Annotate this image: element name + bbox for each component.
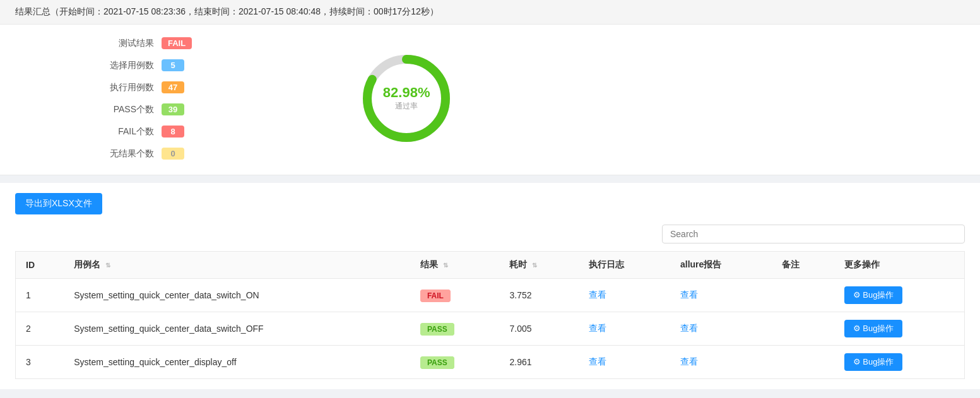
field-row-5: 无结果个数 0 [91,148,192,160]
field-badge-5: 0 [162,148,184,160]
field-badge-0: FAIL [162,37,192,49]
field-label-4: FAIL个数 [91,126,154,138]
log-link[interactable]: 查看 [589,290,606,300]
col-id: ID [16,252,64,279]
sort-icon-result[interactable]: ⇅ [443,262,448,269]
bug-button[interactable]: ⚙ Bug操作 [844,286,903,304]
summary-title: 结果汇总（开始时间：2021-07-15 08:23:36，结束时间：2021-… [0,0,980,25]
cell-remark [772,312,834,346]
cell-remark [772,279,834,312]
table-row: 3 System_setting_quick_center_display_of… [16,346,965,379]
col-remark: 备注 [772,252,834,279]
log-link[interactable]: 查看 [589,356,606,366]
header-row: ID 用例名 ⇅ 结果 ⇅ 耗时 ⇅ 执行日志 allure报告 备注 更多操作 [16,252,965,279]
search-row [15,225,965,243]
cell-duration: 7.005 [499,312,578,346]
cell-duration: 3.752 [499,279,578,312]
donut-percent: 82.98% [383,85,430,101]
bug-button[interactable]: ⚙ Bug操作 [844,320,903,337]
table-body: 1 System_setting_quick_center_data_switc… [16,279,965,379]
sort-icon-name[interactable]: ⇅ [105,262,110,269]
cell-allure: 查看 [670,312,772,346]
cell-name: System_setting_quick_center_display_off [64,346,410,379]
field-row-0: 测试结果 FAIL [91,37,192,49]
table-panel: 导出到XLSX文件 ID 用例名 ⇅ 结果 ⇅ 耗时 ⇅ 执行日志 allure… [0,183,980,389]
log-link[interactable]: 查看 [589,323,606,333]
field-badge-1: 5 [162,59,184,71]
col-allure: allure报告 [670,252,772,279]
col-actions: 更多操作 [834,252,965,279]
field-row-2: 执行用例数 47 [91,81,192,93]
field-badge-2: 47 [162,81,184,93]
cell-result: PASS [410,312,500,346]
cell-remark [772,346,834,379]
cell-result: PASS [410,346,500,379]
cell-result: FAIL [410,279,500,312]
allure-link[interactable]: 查看 [680,323,698,333]
export-button[interactable]: 导出到XLSX文件 [15,193,102,214]
donut-label: 通过率 [383,102,430,112]
cell-actions: ⚙ Bug操作 [834,279,965,312]
col-name: 用例名 ⇅ [64,252,410,279]
cell-id: 3 [16,346,64,379]
cell-id: 1 [16,279,64,312]
allure-link[interactable]: 查看 [680,290,698,300]
cell-log: 查看 [579,312,670,346]
cell-allure: 查看 [670,279,772,312]
cell-duration: 2.961 [499,346,578,379]
table-header: ID 用例名 ⇅ 结果 ⇅ 耗时 ⇅ 执行日志 allure报告 备注 更多操作 [16,252,965,279]
field-row-4: FAIL个数 8 [91,126,192,138]
table-row: 1 System_setting_quick_center_data_switc… [16,279,965,312]
cell-allure: 查看 [670,346,772,379]
field-label-3: PASS个数 [91,104,154,115]
donut-chart: 82.98% 通过率 [356,48,457,149]
cell-name: System_setting_quick_center_data_switch_… [64,312,410,346]
col-duration: 耗时 ⇅ [499,252,578,279]
field-row-3: PASS个数 39 [91,103,192,115]
table-row: 2 System_setting_quick_center_data_switc… [16,312,965,346]
cell-log: 查看 [579,279,670,312]
cell-name: System_setting_quick_center_data_switch_… [64,279,410,312]
summary-panel: 结果汇总（开始时间：2021-07-15 08:23:36，结束时间：2021-… [0,0,980,175]
col-log: 执行日志 [579,252,670,279]
field-label-2: 执行用例数 [91,82,154,93]
field-label-0: 测试结果 [91,38,154,49]
cell-id: 2 [16,312,64,346]
summary-content: 测试结果 FAIL 选择用例数 5 执行用例数 47 PASS个数 39 FAI… [15,37,965,160]
col-result: 结果 ⇅ [410,252,500,279]
summary-fields: 测试结果 FAIL 选择用例数 5 执行用例数 47 PASS个数 39 FAI… [91,37,192,160]
field-label-5: 无结果个数 [91,148,154,160]
results-table: ID 用例名 ⇅ 结果 ⇅ 耗时 ⇅ 执行日志 allure报告 备注 更多操作… [15,251,965,379]
donut-center: 82.98% 通过率 [383,85,430,112]
cell-log: 查看 [579,346,670,379]
search-input[interactable] [662,225,965,243]
cell-actions: ⚙ Bug操作 [834,346,965,379]
bug-button[interactable]: ⚙ Bug操作 [844,353,903,371]
sort-icon-duration[interactable]: ⇅ [532,262,537,269]
field-row-1: 选择用例数 5 [91,59,192,71]
field-badge-3: 39 [162,103,184,115]
field-label-1: 选择用例数 [91,60,154,71]
allure-link[interactable]: 查看 [680,356,698,366]
cell-actions: ⚙ Bug操作 [834,312,965,346]
field-badge-4: 8 [162,126,184,138]
